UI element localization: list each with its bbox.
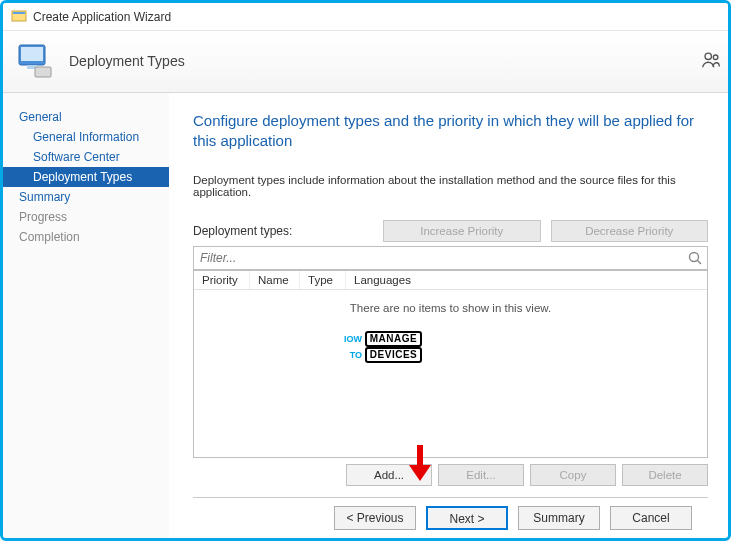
- previous-button[interactable]: < Previous: [334, 506, 416, 530]
- search-icon: [687, 250, 703, 266]
- deployment-types-grid: Priority Name Type Languages There are n…: [193, 270, 708, 458]
- titlebar: Create Application Wizard: [3, 3, 728, 31]
- col-priority[interactable]: Priority: [194, 271, 250, 289]
- svg-rect-1: [13, 12, 25, 14]
- col-languages[interactable]: Languages: [346, 271, 707, 289]
- col-type[interactable]: Type: [300, 271, 346, 289]
- filter-box[interactable]: [193, 246, 708, 270]
- sidebar-item-progress[interactable]: Progress: [3, 207, 169, 227]
- deployment-types-label: Deployment types:: [193, 224, 373, 238]
- sidebar-item-summary[interactable]: Summary: [3, 187, 169, 207]
- sidebar: General General Information Software Cen…: [3, 93, 169, 538]
- sidebar-item-completion[interactable]: Completion: [3, 227, 169, 247]
- svg-rect-3: [21, 47, 43, 61]
- app-icon: [11, 9, 27, 25]
- header-band: Deployment Types: [3, 31, 728, 93]
- summary-button[interactable]: Summary: [518, 506, 600, 530]
- page-title: Deployment Types: [69, 53, 185, 69]
- sidebar-item-software-center[interactable]: Software Center: [3, 147, 169, 167]
- window-title: Create Application Wizard: [33, 10, 171, 24]
- main-heading: Configure deployment types and the prior…: [193, 111, 708, 152]
- filter-input[interactable]: [200, 251, 683, 265]
- sidebar-item-deployment-types[interactable]: Deployment Types: [3, 167, 169, 187]
- grid-header: Priority Name Type Languages: [194, 271, 707, 290]
- watermark: IOW MANAGE TO DEVICES: [344, 331, 422, 363]
- increase-priority-button: Increase Priority: [383, 220, 541, 242]
- decrease-priority-button: Decrease Priority: [551, 220, 709, 242]
- wizard-footer: < Previous Next > Summary Cancel: [193, 497, 708, 538]
- add-button[interactable]: Add...: [346, 464, 432, 486]
- copy-button: Copy: [530, 464, 616, 486]
- grid-empty-text: There are no items to show in this view.: [194, 290, 707, 314]
- svg-line-9: [698, 260, 702, 264]
- sidebar-item-general[interactable]: General: [3, 107, 169, 127]
- sidebar-item-general-info[interactable]: General Information: [3, 127, 169, 147]
- main-description: Deployment types include information abo…: [193, 174, 708, 198]
- computer-icon: [15, 41, 55, 81]
- users-icon: [700, 49, 722, 71]
- svg-point-6: [705, 53, 711, 59]
- grid-actions: Add... Edit... Copy Delete: [193, 464, 708, 486]
- svg-point-8: [690, 252, 699, 261]
- col-name[interactable]: Name: [250, 271, 300, 289]
- next-button[interactable]: Next >: [426, 506, 508, 530]
- edit-button: Edit...: [438, 464, 524, 486]
- svg-point-7: [713, 55, 718, 60]
- delete-button: Delete: [622, 464, 708, 486]
- cancel-button[interactable]: Cancel: [610, 506, 692, 530]
- main-panel: Configure deployment types and the prior…: [169, 93, 728, 538]
- svg-rect-5: [35, 67, 51, 77]
